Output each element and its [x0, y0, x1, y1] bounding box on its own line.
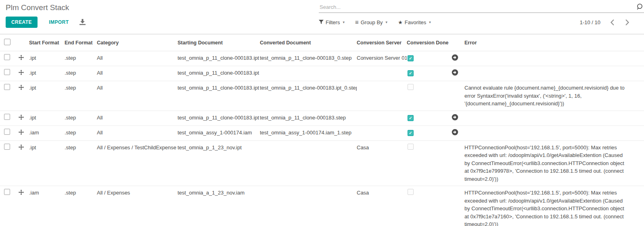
table-header-row: Start Format End Format Category Startin…	[0, 34, 644, 51]
favorites-label: Favorites	[405, 19, 426, 25]
cell-error: HTTPConnectionPool(host='192.168.1.5', p…	[464, 140, 644, 186]
row-select-checkbox[interactable]	[4, 54, 10, 60]
header-conversion-done[interactable]: Conversion Done	[407, 34, 450, 51]
cell-end-format: .step	[65, 186, 97, 226]
drag-handle-icon[interactable]	[19, 189, 24, 195]
cell-error	[464, 51, 644, 66]
row-select-checkbox[interactable]	[4, 129, 10, 135]
star-icon: ★	[398, 19, 403, 25]
favorites-dropdown[interactable]: ★ Favorites ▾	[398, 19, 431, 25]
open-record-button[interactable]	[452, 69, 458, 76]
group-by-dropdown[interactable]: ≡ Group By ▾	[355, 19, 387, 25]
cell-start-format: .iam	[29, 126, 65, 140]
row-select-checkbox[interactable]	[4, 189, 10, 195]
header-open	[450, 34, 464, 51]
row-select-checkbox[interactable]	[4, 144, 10, 150]
cell-error: Cannot evaluate rule {document.name}_{do…	[464, 81, 644, 111]
filters-dropdown[interactable]: Filters ▾	[319, 19, 345, 25]
header-start-format[interactable]: Start Format	[29, 34, 65, 51]
search-input[interactable]	[320, 4, 634, 10]
table-row[interactable]: .ipt .step All test_omnia_p_11_clone-000…	[0, 66, 644, 81]
table-row[interactable]: .ipt .step All test_omnia_p_11_clone-000…	[0, 111, 644, 126]
cell-conversion-server: Casa	[357, 140, 407, 186]
filter-funnel-icon	[319, 20, 324, 25]
pager-range[interactable]: 1-10 / 10	[580, 19, 600, 25]
header-converted-document[interactable]: Converted Document	[260, 34, 357, 51]
row-select-checkbox[interactable]	[4, 114, 10, 120]
cell-start-format: .ipt	[29, 51, 65, 66]
cell-converted-document	[260, 66, 357, 81]
cell-error	[464, 111, 644, 126]
group-by-label: Group By	[361, 19, 383, 25]
cell-end-format: .step	[65, 66, 97, 81]
header-conversion-server[interactable]: Conversion Server	[357, 34, 407, 51]
cell-category: All	[97, 66, 178, 81]
drag-handle-icon[interactable]	[19, 144, 24, 150]
conversion-done-checkbox: ✓	[408, 130, 414, 136]
cell-start-format: .ipt	[29, 111, 65, 126]
cell-end-format: .step	[65, 81, 97, 111]
cell-conversion-server: Conversion Server 01	[357, 51, 407, 66]
cell-starting-document: test_omnia_assy_1-000174.iam	[178, 126, 260, 140]
cell-conversion-server	[357, 66, 407, 81]
table-row[interactable]: .ipt .step All test_omnia_p_11_clone-000…	[0, 81, 644, 111]
cell-converted-document	[260, 186, 357, 226]
open-record-button[interactable]	[452, 54, 458, 61]
table-row[interactable]: .iam .step All test_omnia_assy_1-000174.…	[0, 126, 644, 140]
drag-handle-icon[interactable]	[19, 114, 24, 120]
control-panel: Plm Convert Stack CREATE IMPORT	[0, 0, 644, 28]
cell-end-format: .step	[65, 51, 97, 66]
import-button[interactable]: IMPORT	[46, 17, 72, 27]
cell-end-format: .step	[65, 140, 97, 186]
drag-handle-icon[interactable]	[19, 84, 24, 90]
cell-end-format: .step	[65, 111, 97, 126]
cell-conversion-server	[357, 81, 407, 111]
cell-start-format: .iam	[29, 186, 65, 226]
download-icon	[79, 19, 86, 25]
cell-start-format: .ipt	[29, 81, 65, 111]
cell-start-format: .ipt	[29, 66, 65, 81]
header-category[interactable]: Category	[97, 34, 178, 51]
cell-category: All	[97, 81, 178, 111]
filters-label: Filters	[326, 19, 340, 25]
conversion-done-checkbox	[408, 144, 414, 150]
drag-handle-icon[interactable]	[19, 54, 24, 60]
select-all-checkbox[interactable]	[4, 39, 10, 45]
conversion-done-checkbox	[408, 189, 414, 195]
header-starting-document[interactable]: Starting Document	[178, 34, 260, 51]
export-button[interactable]	[79, 19, 86, 25]
drag-handle-icon[interactable]	[19, 129, 24, 135]
conversion-list-table: Start Format End Format Category Startin…	[0, 34, 644, 226]
conversion-done-checkbox: ✓	[408, 55, 414, 61]
cell-error	[464, 66, 644, 81]
cell-converted-document: test_omnia_p_11_clone-000183.step	[260, 111, 357, 126]
create-button[interactable]: CREATE	[6, 17, 38, 28]
conversion-done-checkbox	[408, 84, 414, 90]
cell-starting-document: test_omnia_p_1_23_nov.ipt	[178, 140, 260, 186]
row-select-checkbox[interactable]	[4, 69, 10, 75]
table-row[interactable]: .ipt .step All test_omnia_p_11_clone-000…	[0, 51, 644, 66]
group-by-icon: ≡	[355, 20, 359, 24]
conversion-done-checkbox: ✓	[408, 115, 414, 121]
table-row[interactable]: .ipt .step All / Expenses / TestChildExp…	[0, 140, 644, 186]
drag-handle-icon[interactable]	[19, 69, 24, 75]
header-handle	[18, 34, 29, 51]
pager-previous-button[interactable]	[608, 19, 616, 26]
chevron-right-icon	[625, 19, 629, 25]
cell-start-format: .ipt	[29, 140, 65, 186]
search-options: Filters ▾ ≡ Group By ▾ ★ Favorites ▾	[319, 19, 431, 25]
cell-category: All	[97, 126, 178, 140]
header-error[interactable]: Error	[464, 34, 644, 51]
cell-category: All / Expenses / TestChildExpense	[97, 140, 178, 186]
conversion-table-body: .ipt .step All test_omnia_p_11_clone-000…	[0, 51, 644, 226]
chevron-down-icon: ▾	[428, 20, 431, 24]
table-row[interactable]: .iam .step All / Expenses test_omnia_a_1…	[0, 186, 644, 226]
open-record-button[interactable]	[452, 129, 458, 136]
row-select-checkbox[interactable]	[4, 84, 10, 90]
header-end-format[interactable]: End Format	[65, 34, 97, 51]
pager-next-button[interactable]	[624, 19, 631, 26]
open-record-button[interactable]	[452, 114, 458, 121]
search-bar	[319, 2, 644, 13]
cell-converted-document: test_omnia_assy_1-000174.iam_1.step	[260, 126, 357, 140]
search-icon[interactable]	[636, 3, 643, 10]
